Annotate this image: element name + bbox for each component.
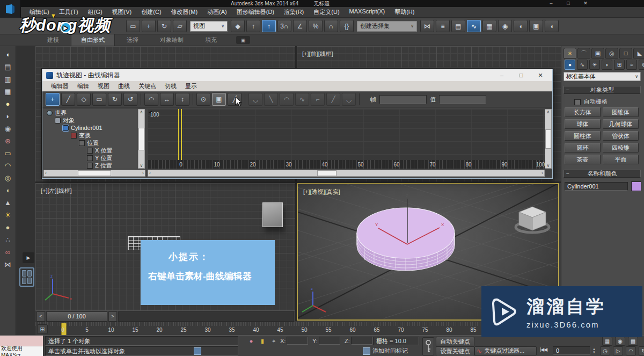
snaps-toggle-icon[interactable]: 3∩ bbox=[277, 20, 291, 32]
key-value-input[interactable] bbox=[439, 95, 486, 104]
select-time-icon[interactable]: ↺ bbox=[123, 93, 137, 106]
open-mini-curve-editor-icon[interactable]: ⊞ bbox=[37, 324, 48, 334]
select-and-place-icon[interactable]: ↑ bbox=[262, 20, 276, 32]
cameras-icon[interactable]: ◗ bbox=[602, 60, 612, 70]
curve-editor-icon[interactable]: ∿ bbox=[467, 20, 481, 32]
time-config-icon[interactable]: ◷ bbox=[600, 346, 610, 355]
primitive-button-球体[interactable]: 球体 bbox=[565, 119, 601, 129]
plane-icon[interactable]: ▭ bbox=[2, 147, 14, 159]
disc-icon[interactable]: ◎ bbox=[2, 172, 14, 184]
next-frame-button[interactable]: > bbox=[108, 311, 117, 322]
batch-render-icon[interactable]: ▦ bbox=[2, 85, 14, 98]
ribbon-config-icon[interactable]: ▣ bbox=[236, 36, 250, 44]
object-color-swatch[interactable] bbox=[631, 181, 641, 191]
listener-text[interactable]: 欢迎使用 MAXScr bbox=[0, 346, 43, 356]
lights-icon[interactable]: ☀ bbox=[589, 60, 600, 70]
systems-icon[interactable]: ⊛ bbox=[639, 60, 644, 70]
align-icon[interactable]: ≡ bbox=[436, 20, 450, 32]
time-slider-track[interactable] bbox=[118, 311, 294, 322]
maximize-button[interactable]: □ bbox=[565, 0, 572, 7]
trackview-menu-item[interactable]: 曲线 bbox=[114, 82, 134, 90]
scroll-left-icon[interactable]: ‹ bbox=[45, 171, 47, 176]
render-setup-icon[interactable]: ◖ bbox=[514, 20, 528, 32]
render-setup-window-icon[interactable]: ▤ bbox=[2, 61, 14, 73]
molecule-icon[interactable]: ∞ bbox=[2, 246, 14, 258]
angle-snap-icon[interactable]: ∠ bbox=[293, 20, 307, 32]
schematic-view-icon[interactable]: ▦ bbox=[482, 20, 496, 32]
menu-item[interactable]: 修改器(M) bbox=[166, 7, 203, 17]
current-frame-input[interactable]: 0 bbox=[553, 346, 590, 355]
scroll-right-icon[interactable]: › bbox=[541, 171, 543, 176]
helpers-icon[interactable]: ⊞ bbox=[614, 60, 625, 70]
rendered-frame-icon[interactable]: ▣ bbox=[529, 20, 543, 32]
reference-coordinate-dropdown[interactable]: 视图 ∨ bbox=[190, 21, 228, 32]
tangent-fast-icon[interactable]: ◠ bbox=[280, 93, 294, 106]
time-slider-line[interactable] bbox=[181, 109, 182, 160]
scroll-down-icon[interactable]: ∨ bbox=[140, 163, 143, 168]
trackview-menu-item[interactable]: 关键点 bbox=[134, 82, 160, 90]
y-coordinate-input[interactable] bbox=[319, 337, 340, 345]
camera-icon[interactable]: ◗ bbox=[2, 110, 14, 122]
scrollbar-thumb[interactable] bbox=[138, 128, 144, 150]
light-bulb-icon[interactable]: ● bbox=[2, 98, 14, 110]
ribbon-tab-填充[interactable]: 填充 bbox=[195, 34, 226, 46]
maxscript-mini-listener[interactable]: 欢迎使用 MAXScr bbox=[0, 336, 43, 356]
trackview-close-button[interactable]: ✕ bbox=[531, 69, 550, 81]
zoom-icon[interactable]: ⊙ bbox=[196, 93, 210, 106]
tree-horizontal-scrollbar[interactable]: ‹ › bbox=[43, 170, 145, 177]
zoom-region-icon[interactable]: ▣ bbox=[212, 93, 226, 106]
layer-manager-icon[interactable]: ▤ bbox=[451, 20, 465, 32]
tangent-linear-icon[interactable]: ╱ bbox=[326, 93, 340, 106]
isolate-selection-icon[interactable]: ◉ bbox=[615, 337, 625, 346]
tree-item-变换[interactable]: 变换 bbox=[43, 132, 138, 139]
orbit-icon[interactable]: ↻ bbox=[639, 346, 644, 355]
primitive-category-dropdown[interactable]: 标准基本体 ∨ bbox=[564, 72, 641, 81]
pan-icon[interactable]: ◠ bbox=[144, 93, 158, 106]
region-keys-icon[interactable]: ▭ bbox=[92, 93, 106, 106]
select-and-move-icon[interactable]: + bbox=[142, 20, 156, 32]
time-ruler[interactable]: 0102030405060708090100 bbox=[148, 160, 545, 169]
tree-item-世界[interactable]: 世界 bbox=[43, 109, 138, 117]
gears-icon[interactable]: ⊛ bbox=[2, 135, 14, 147]
viewport-layout-tabs-icon[interactable] bbox=[19, 267, 34, 287]
menu-item[interactable]: 创建(C) bbox=[136, 7, 166, 17]
set-key-button[interactable]: 设置关键点 bbox=[436, 346, 474, 356]
tree-item-对象[interactable]: 对象 bbox=[43, 117, 138, 124]
scroll-down-icon[interactable]: ∨ bbox=[547, 163, 550, 168]
tree-item-Cylinder001[interactable]: Cylinder001 bbox=[43, 124, 138, 132]
tangent-slow-icon[interactable]: ∿ bbox=[295, 93, 309, 106]
absolute-mode-icon[interactable]: ⌖ bbox=[269, 337, 278, 345]
viewport-front-label[interactable]: [+][前][线框] bbox=[302, 50, 333, 58]
sphere-icon[interactable]: ● bbox=[2, 221, 14, 234]
tree-item-X 位置[interactable]: X 位置 bbox=[43, 147, 138, 154]
trackview-menu-item[interactable]: 视图 bbox=[93, 82, 114, 90]
percent-snap-icon[interactable]: % bbox=[309, 20, 323, 32]
key-filters-button[interactable]: ∿ 关键点过滤器... bbox=[474, 346, 537, 355]
motion-tab-icon[interactable]: ◎ bbox=[605, 48, 618, 59]
ribbon-tab-对象绘制[interactable]: 对象绘制 bbox=[150, 34, 193, 46]
set-keys-button[interactable] bbox=[422, 337, 434, 355]
primitive-button-圆环[interactable]: 圆环 bbox=[565, 143, 601, 152]
viewport-layout-icon[interactable]: ▦ bbox=[602, 337, 612, 346]
selection-set-dropdown[interactable]: 创建选择集 ∨ bbox=[357, 21, 417, 32]
auto-key-button[interactable]: 自动关键点 bbox=[436, 337, 474, 347]
graph-vertical-scrollbar[interactable]: ∧ ∨ bbox=[545, 109, 552, 169]
scroll-up-icon[interactable]: ∧ bbox=[140, 110, 143, 114]
play-icon[interactable]: ▷ bbox=[613, 346, 623, 355]
primitive-button-圆柱体[interactable]: 圆柱体 bbox=[565, 131, 601, 141]
menu-item[interactable]: 图形编辑器(D) bbox=[232, 7, 279, 17]
tree-item-Z 位置[interactable]: Z 位置 bbox=[43, 162, 138, 169]
scrollbar-thumb[interactable] bbox=[545, 129, 551, 149]
select-and-rotate-icon[interactable]: ↻ bbox=[157, 20, 171, 32]
select-object-icon[interactable]: ▭ bbox=[126, 20, 140, 32]
object-name-input[interactable]: Cylinder001 bbox=[565, 182, 628, 191]
use-pivot-center-icon[interactable]: ◆ bbox=[231, 20, 245, 32]
name-color-rollout[interactable]: − 名称和颜色 bbox=[564, 170, 641, 178]
autogrid-checkbox[interactable] bbox=[574, 99, 581, 105]
menu-item[interactable]: 自定义(U) bbox=[309, 7, 344, 17]
primitive-button-茶壶[interactable]: 茶壶 bbox=[565, 155, 601, 164]
hierarchy-tab-icon[interactable]: ▣ bbox=[591, 48, 604, 59]
shapes-icon[interactable]: ∿ bbox=[577, 60, 588, 70]
film-icon[interactable]: ◉ bbox=[2, 122, 14, 135]
utilities-tab-icon[interactable]: ◣ bbox=[633, 48, 644, 59]
